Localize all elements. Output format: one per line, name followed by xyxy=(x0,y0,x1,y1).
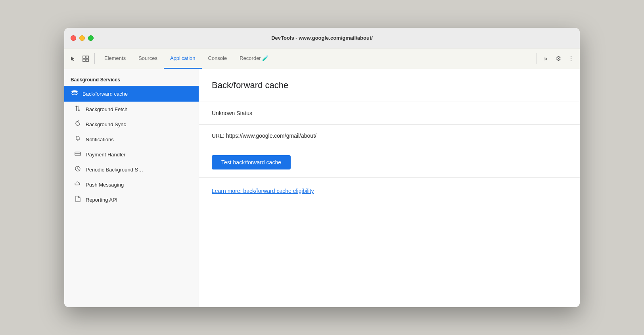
traffic-lights xyxy=(71,35,94,41)
tab-elements[interactable]: Elements xyxy=(98,48,132,69)
sidebar-item-push-messaging[interactable]: Push Messaging xyxy=(64,177,199,192)
content-title: Back/forward cache xyxy=(212,80,567,90)
sidebar-section-title: Background Services xyxy=(64,69,199,86)
stack-icon xyxy=(71,89,79,98)
minimize-button[interactable] xyxy=(79,35,85,41)
svg-rect-2 xyxy=(83,59,85,62)
inspect-icon[interactable] xyxy=(80,53,91,64)
toolbar-right-icons: » ⚙ ⋮ xyxy=(537,53,577,64)
tabs-container: Elements Sources Application Console Rec… xyxy=(98,48,533,69)
test-back-forward-cache-button[interactable]: Test back/forward cache xyxy=(212,155,291,169)
learn-more-link[interactable]: Learn more: back/forward cache eligibili… xyxy=(212,188,314,194)
more-options-icon[interactable]: ⋮ xyxy=(565,53,577,64)
sidebar-item-label-back-forward-cache: Back/forward cache xyxy=(82,91,128,97)
url-row: URL: https://www.google.com/gmail/about/ xyxy=(199,125,580,147)
sidebar-item-label-push-messaging: Push Messaging xyxy=(86,182,124,188)
toolbar-left-icons xyxy=(67,53,95,64)
sidebar-item-label-notifications: Notifications xyxy=(86,137,114,142)
status-row: Unknown Status xyxy=(199,102,580,125)
arrows-updown-icon xyxy=(74,105,82,113)
sidebar-item-label-reporting-api: Reporting API xyxy=(86,197,117,203)
sidebar-item-notifications[interactable]: Notifications xyxy=(64,132,199,147)
maximize-button[interactable] xyxy=(88,35,94,41)
tab-application[interactable]: Application xyxy=(164,48,202,69)
sync-icon xyxy=(74,120,82,128)
sidebar: Background Services Back/forward cache xyxy=(64,69,199,307)
content-title-section: Back/forward cache xyxy=(199,69,580,102)
sidebar-item-payment-handler[interactable]: Payment Handler xyxy=(64,147,199,162)
close-button[interactable] xyxy=(71,35,76,41)
clock-icon xyxy=(74,166,82,173)
svg-rect-6 xyxy=(75,152,80,156)
learn-more-row: Learn more: back/forward cache eligibili… xyxy=(199,178,580,204)
sidebar-item-background-sync[interactable]: Background Sync xyxy=(64,117,199,132)
toolbar: Elements Sources Application Console Rec… xyxy=(64,48,580,69)
sidebar-item-label-payment-handler: Payment Handler xyxy=(86,152,125,158)
cloud-icon xyxy=(74,181,82,189)
more-tabs-icon[interactable]: » xyxy=(540,53,551,64)
tab-console[interactable]: Console xyxy=(202,48,234,69)
main-content: Background Services Back/forward cache xyxy=(64,69,580,307)
window-title: DevTools - www.google.com/gmail/about/ xyxy=(271,35,373,41)
card-icon xyxy=(74,150,82,158)
svg-rect-1 xyxy=(86,56,88,58)
url-label: URL: xyxy=(212,133,224,139)
sidebar-item-back-forward-cache[interactable]: Back/forward cache xyxy=(64,86,199,102)
svg-rect-0 xyxy=(83,56,85,58)
sidebar-item-periodic-background[interactable]: Periodic Background S… xyxy=(64,162,199,177)
settings-icon[interactable]: ⚙ xyxy=(553,53,564,64)
sidebar-item-label-periodic-background: Periodic Background S… xyxy=(86,167,143,173)
status-text: Unknown Status xyxy=(212,110,252,116)
url-value: https://www.google.com/gmail/about/ xyxy=(226,133,316,139)
tab-sources[interactable]: Sources xyxy=(132,48,164,69)
title-bar: DevTools - www.google.com/gmail/about/ xyxy=(64,28,580,48)
doc-icon xyxy=(74,196,82,204)
cursor-icon[interactable] xyxy=(67,53,79,64)
sidebar-item-background-fetch[interactable]: Background Fetch xyxy=(64,102,199,117)
sidebar-item-label-background-sync: Background Sync xyxy=(86,121,126,127)
bell-icon xyxy=(74,135,82,143)
tab-recorder[interactable]: Recorder 🧪 xyxy=(233,48,275,69)
svg-rect-3 xyxy=(86,59,88,62)
sidebar-item-reporting-api[interactable]: Reporting API xyxy=(64,192,199,207)
devtools-window: DevTools - www.google.com/gmail/about/ xyxy=(64,28,580,307)
svg-point-4 xyxy=(72,90,77,92)
sidebar-item-label-background-fetch: Background Fetch xyxy=(86,106,128,112)
test-button-row: Test back/forward cache xyxy=(199,147,580,178)
content-panel: Back/forward cache Unknown Status URL: h… xyxy=(199,69,580,307)
